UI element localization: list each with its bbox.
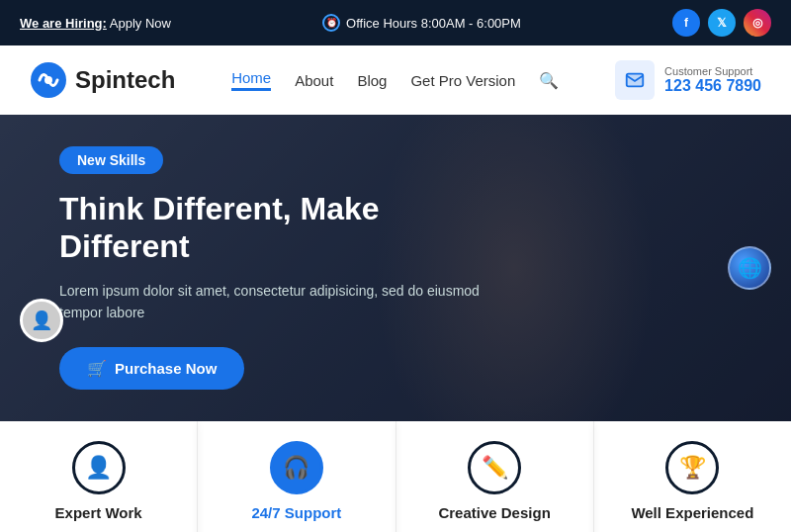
nav-contact: Customer Support 123 456 7890 [615,60,761,100]
clock-icon: ⏰ [322,14,340,32]
top-bar: We are Hiring: Apply Now ⏰ Office Hours … [0,0,791,45]
creative-design-icon: ✏️ [468,441,521,494]
features-section: 👤 Expert Work 🎧 24/7 Support ✏️ Creative… [0,421,791,532]
logo-text: Spintech [75,66,175,94]
facebook-icon[interactable]: f [672,9,700,37]
feature-expert-work: 👤 Expert Work [0,421,198,532]
contact-phone[interactable]: 123 456 7890 [664,77,761,95]
hero-title: Think Different, Make Different [59,190,494,266]
phone-icon [615,60,655,100]
purchase-button-label: Purchase Now [115,360,217,377]
expert-work-label: Expert Work [55,504,142,521]
instagram-icon[interactable]: ◎ [744,9,771,37]
nav-about[interactable]: About [295,72,333,89]
hiring-announcement[interactable]: We are Hiring: Apply Now [20,16,171,31]
hero-content: New Skills Think Different, Make Differe… [0,117,554,420]
hero-avatar: 👤 [20,299,63,342]
creative-design-label: Creative Design [438,504,550,521]
svg-point-1 [44,76,52,84]
well-experienced-label: Well Experienced [631,504,753,521]
office-hours-text: Office Hours 8:00AM - 6:00PM [346,16,521,31]
support-label: 24/7 Support [251,504,341,521]
nav-links: Home About Blog Get Pro Version 🔍 [231,69,559,91]
cart-icon: 🛒 [87,359,107,378]
nav-blog[interactable]: Blog [357,72,387,89]
twitter-icon[interactable]: 𝕏 [708,9,736,37]
well-experienced-icon: 🏆 [665,441,719,494]
logo[interactable]: Spintech [30,61,175,99]
support-icon: 🎧 [270,441,323,494]
hero-section: 👤 🌐 New Skills Think Different, Make Dif… [0,115,791,421]
hiring-cta[interactable]: Apply Now [110,16,171,31]
social-links: f 𝕏 ◎ [672,9,771,37]
expert-work-icon: 👤 [72,441,126,494]
feature-creative-design: ✏️ Creative Design [396,421,594,532]
office-hours: ⏰ Office Hours 8:00AM - 6:00PM [322,14,521,32]
search-icon[interactable]: 🔍 [539,71,559,90]
purchase-now-button[interactable]: 🛒 Purchase Now [59,347,244,390]
nav-home[interactable]: Home [231,69,271,91]
logo-icon [30,61,67,99]
feature-well-experienced: 🏆 Well Experienced [594,421,791,532]
feature-247-support: 🎧 24/7 Support [198,421,396,532]
contact-label: Customer Support [664,65,761,77]
nav-get-pro[interactable]: Get Pro Version [410,72,515,89]
contact-info: Customer Support 123 456 7890 [664,65,761,95]
hero-globe-icon: 🌐 [728,246,771,290]
hiring-label: We are Hiring: [20,16,107,31]
navbar: Spintech Home About Blog Get Pro Version… [0,45,791,115]
new-skills-badge: New Skills [59,146,163,174]
hero-description: Lorem ipsum dolor sit amet, consectetur … [59,280,494,324]
